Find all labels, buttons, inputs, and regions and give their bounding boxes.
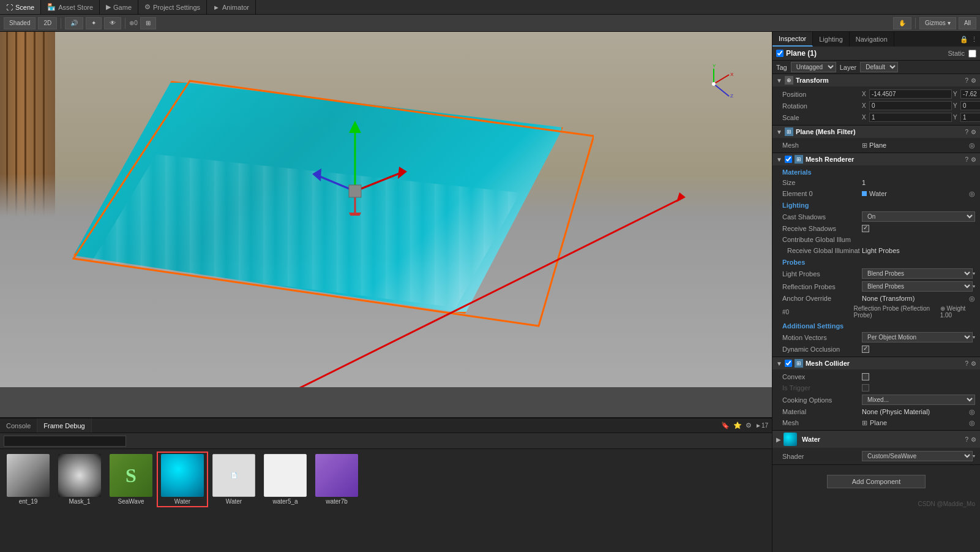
tab-asset-store[interactable]: 🏪 Asset Store (41, 0, 100, 14)
sound-toggle[interactable]: 🔊 (65, 17, 83, 29)
pos-x-input[interactable] (869, 89, 952, 99)
inspector-content: Plane (1) Static Tag Untagged Layer Defa… (772, 47, 980, 552)
cooking-options-select[interactable]: Mixed... (862, 395, 975, 405)
tab-navigation[interactable]: Navigation (850, 32, 894, 47)
lighting-sub-label: Lighting (777, 200, 814, 210)
collider-material-picker[interactable]: ◎ (969, 408, 975, 416)
motion-vectors-select[interactable]: Per Object Motion (862, 332, 973, 342)
transform-header[interactable]: ▼ ⊕ Transform ? ⚙ (772, 74, 980, 86)
asset-mask1[interactable]: Mask_1 (55, 453, 104, 506)
tab-spacer (894, 32, 957, 47)
dynamic-occlusion-checkbox[interactable] (862, 346, 869, 353)
static-checkbox[interactable] (968, 50, 976, 58)
transform-body: Position X Y Z (772, 86, 980, 125)
mesh-collider-help[interactable]: ? (965, 360, 968, 367)
probe-instance-label: #0 (782, 309, 854, 316)
layer-select[interactable]: Default (860, 62, 898, 72)
mesh-collider-checkbox[interactable] (785, 360, 792, 367)
search-input[interactable] (4, 436, 126, 447)
mesh-renderer-header[interactable]: ▼ ⊞ Mesh Renderer ? ⚙ (772, 153, 980, 165)
grid-btn[interactable]: ⊞ (140, 17, 156, 29)
asset-water7b[interactable]: water7b (312, 453, 361, 506)
rot-y-field: Y (953, 101, 980, 110)
is-trigger-label: Is Trigger (782, 384, 862, 391)
tab-console[interactable]: Console (0, 418, 37, 433)
tab-animator[interactable]: ► Animator (207, 0, 256, 14)
tag-select[interactable]: Untagged (791, 62, 836, 72)
tab-lighting[interactable]: Lighting (813, 32, 850, 47)
star-icon[interactable]: ⭐ (733, 422, 742, 429)
asset-seawave[interactable]: S SeaWave (107, 453, 155, 506)
mesh-collider-header[interactable]: ▼ ⊞ Mesh Collider ? ⚙ (772, 357, 980, 369)
tab-inspector[interactable]: Inspector (772, 32, 813, 47)
all-btn[interactable]: All (959, 17, 976, 29)
collider-mesh-picker[interactable]: ◎ (969, 419, 975, 427)
scene-viewport[interactable]: Y X Z Console Frame Debug (0, 32, 772, 552)
pos-x-label: X (862, 91, 868, 97)
tab-game-label: Game (113, 4, 132, 11)
effects-toggle[interactable]: ✦ (86, 17, 102, 29)
2d-toggle[interactable]: 2D (38, 17, 57, 29)
contribute-gi-label: Contribute Global Illum (782, 236, 862, 243)
pos-y-input[interactable] (960, 89, 980, 99)
mesh-filter-help[interactable]: ? (965, 129, 968, 135)
tag-label: Tag (776, 64, 787, 71)
mesh-filter-settings[interactable]: ⚙ (971, 129, 976, 135)
mesh-collider-settings[interactable]: ⚙ (971, 360, 976, 367)
asset-water2[interactable]: 📄 Water (209, 453, 258, 506)
rot-y-input[interactable] (960, 101, 980, 110)
asset-water[interactable]: Water (158, 453, 207, 506)
bookmark-icon[interactable]: 🔖 (721, 422, 730, 429)
transform-help[interactable]: ? (965, 77, 968, 84)
size-row: Size 1 (772, 177, 980, 188)
asset-ent19[interactable]: ent_19 (4, 453, 53, 506)
probes-label: Probes (777, 257, 810, 267)
asset-water5a[interactable]: water5_a (261, 453, 310, 506)
scale-x-label: X (862, 114, 868, 121)
mesh-renderer-help[interactable]: ? (965, 156, 968, 163)
settings-icon[interactable]: ⚙ (746, 422, 752, 429)
obj-active-checkbox[interactable] (776, 50, 784, 57)
anchor-override-label: Anchor Override (782, 295, 862, 302)
hand-tool[interactable]: ✋ (893, 17, 911, 29)
convex-checkbox[interactable] (862, 373, 869, 380)
tab-project-settings[interactable]: ⚙ Project Settings (138, 0, 207, 14)
water-mat-help[interactable]: ? (965, 436, 968, 443)
shader-select[interactable]: Custom/SeaWave (862, 451, 973, 461)
motion-vectors-label: Motion Vectors (782, 334, 862, 341)
receive-shadows-checkbox[interactable] (862, 225, 869, 232)
main-area: Y X Z Console Frame Debug (0, 32, 980, 552)
hidden-toggle[interactable]: 👁 (104, 17, 121, 29)
more-icon[interactable]: ⋮ (971, 36, 978, 43)
scale-x-input[interactable] (869, 113, 952, 122)
mesh-renderer-settings[interactable]: ⚙ (971, 156, 976, 163)
gizmos-btn[interactable]: Gizmos ▾ (919, 17, 956, 29)
asset-label-water7b: water7b (326, 498, 348, 505)
mesh-filter-header[interactable]: ▼ ⊞ Plane (Mesh Filter) ? ⚙ (772, 126, 980, 138)
scale-y-input[interactable] (960, 113, 980, 122)
transform-settings[interactable]: ⚙ (971, 77, 976, 84)
lock-icon[interactable]: 🔒 (960, 36, 968, 43)
receive-gi-label: Receive Global Illuminat (782, 247, 862, 254)
element0-value: Water (869, 190, 887, 197)
tab-frame-debug[interactable]: Frame Debug (37, 418, 91, 433)
add-component-button[interactable]: Add Component (827, 475, 926, 488)
scale-x-field: X (862, 113, 952, 122)
light-probes-select[interactable]: Blend Probes (862, 268, 973, 279)
cast-shadows-select[interactable]: On (862, 211, 975, 222)
water-material-header[interactable]: ▶ Water ? ⚙ (772, 431, 980, 448)
shading-dropdown[interactable]: Shaded (4, 17, 36, 29)
tab-scene[interactable]: ⛶ Scene (0, 0, 41, 14)
mesh-renderer-checkbox[interactable] (785, 156, 792, 163)
mesh-collider-body: Convex Is Trigger Cooking Options Mixed.… (772, 369, 980, 430)
water-mat-settings[interactable]: ⚙ (971, 436, 976, 443)
rot-x-input[interactable] (869, 101, 952, 110)
anchor-picker[interactable]: ◎ (969, 295, 975, 303)
asset-label-water5a: water5_a (272, 498, 297, 505)
waterdoc-content: 📄 (230, 471, 239, 480)
tab-game[interactable]: ▶ Game (100, 0, 138, 14)
mesh-picker-icon[interactable]: ◎ (969, 142, 975, 149)
reflection-probes-select[interactable]: Blend Probes (862, 281, 973, 292)
element0-picker[interactable]: ◎ (969, 190, 975, 198)
size-label: Size (782, 179, 862, 186)
